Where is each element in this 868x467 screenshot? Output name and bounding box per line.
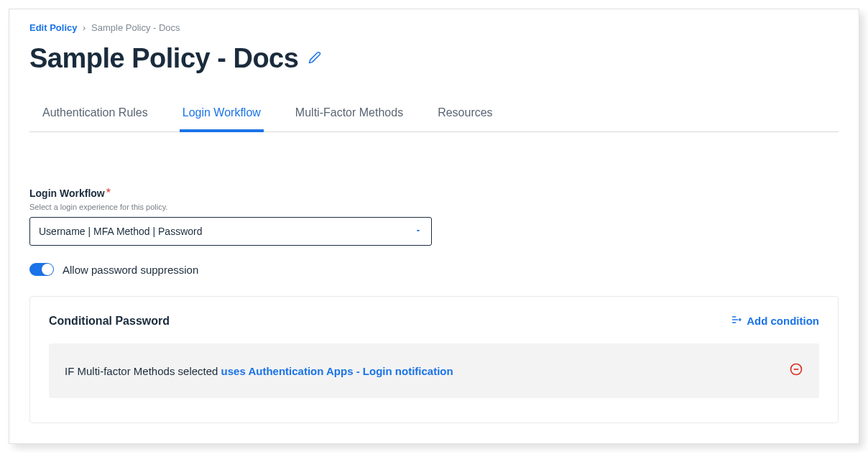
page-title-row: Sample Policy - Docs [29, 43, 839, 74]
login-workflow-select[interactable]: Username | MFA Method | Password [29, 217, 432, 246]
breadcrumb-separator: › [83, 22, 86, 33]
add-condition-icon [731, 314, 742, 328]
remove-icon [789, 362, 803, 379]
conditional-password-card: Conditional Password Add condition [29, 296, 839, 423]
add-condition-button[interactable]: Add condition [731, 314, 819, 328]
allow-password-suppression-toggle[interactable] [29, 263, 54, 276]
tab-login-workflow[interactable]: Login Workflow [180, 98, 264, 132]
page-title: Sample Policy - Docs [29, 43, 298, 74]
required-indicator: * [106, 187, 111, 199]
conditional-password-header: Conditional Password Add condition [49, 314, 819, 328]
login-workflow-field: Login Workflow* Select a login experienc… [29, 187, 839, 246]
breadcrumb: Edit Policy › Sample Policy - Docs [29, 22, 839, 33]
login-workflow-select-value: Username | MFA Method | Password [39, 226, 202, 237]
tab-authentication-rules[interactable]: Authentication Rules [40, 98, 151, 132]
condition-row: IF Multi-factor Methods selected uses Au… [49, 343, 819, 398]
tab-multi-factor-methods[interactable]: Multi-Factor Methods [292, 98, 406, 132]
allow-password-suppression-row: Allow password suppression [29, 263, 839, 276]
login-workflow-label: Login Workflow [29, 188, 105, 199]
allow-password-suppression-label: Allow password suppression [63, 264, 198, 276]
condition-prefix: IF Multi-factor Methods selected [65, 365, 221, 377]
login-workflow-help: Select a login experience for this polic… [29, 203, 839, 211]
remove-condition-button[interactable] [789, 362, 803, 379]
page-wrapper: Edit Policy › Sample Policy - Docs Sampl… [9, 9, 859, 444]
content-area: Login Workflow* Select a login experienc… [29, 132, 839, 423]
edit-pencil-icon[interactable] [308, 51, 321, 67]
condition-link[interactable]: uses Authentication Apps - Login notific… [221, 365, 453, 377]
add-condition-label: Add condition [747, 315, 819, 327]
tab-resources[interactable]: Resources [435, 98, 495, 132]
breadcrumb-link-edit-policy[interactable]: Edit Policy [29, 22, 77, 33]
conditional-password-title: Conditional Password [49, 315, 170, 328]
caret-down-icon [414, 225, 423, 238]
login-workflow-label-row: Login Workflow* [29, 187, 839, 200]
tabs: Authentication Rules Login Workflow Mult… [29, 97, 839, 132]
toggle-knob [42, 264, 53, 275]
condition-text: IF Multi-factor Methods selected uses Au… [65, 365, 453, 377]
breadcrumb-current: Sample Policy - Docs [91, 22, 180, 33]
